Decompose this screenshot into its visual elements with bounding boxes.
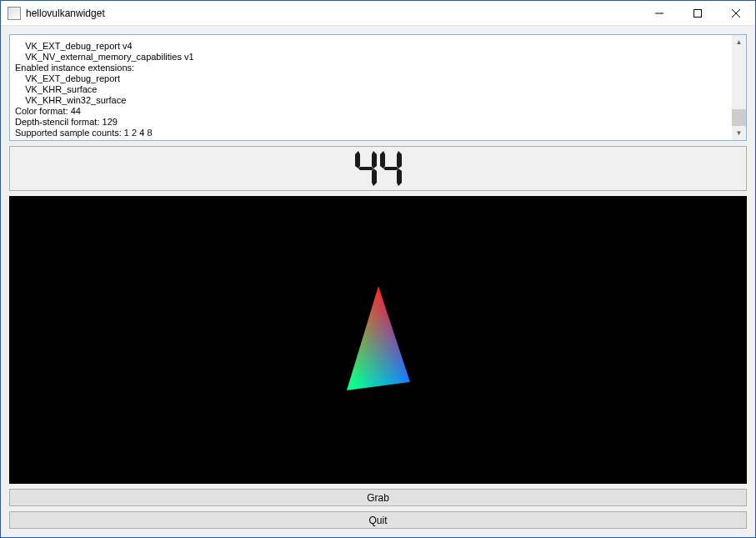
scroll-thumb[interactable] bbox=[732, 109, 746, 126]
window-title: hellovulkanwidget bbox=[26, 8, 640, 19]
log-textarea[interactable]: VK_EXT_debug_report v4 VK_NV_external_me… bbox=[9, 34, 747, 141]
svg-marker-4 bbox=[358, 150, 373, 153]
lcd-digits bbox=[355, 150, 402, 187]
svg-marker-14 bbox=[383, 184, 398, 187]
svg-marker-17 bbox=[383, 167, 398, 170]
svg-marker-13 bbox=[397, 168, 402, 186]
log-content: VK_EXT_debug_report v4 VK_NV_external_me… bbox=[12, 41, 198, 138]
scrollbar[interactable]: ▲ ▼ bbox=[732, 35, 746, 140]
svg-marker-12 bbox=[397, 151, 402, 168]
svg-marker-16 bbox=[380, 151, 385, 168]
scroll-track[interactable] bbox=[732, 49, 746, 126]
svg-marker-5 bbox=[372, 151, 377, 168]
maximize-icon bbox=[693, 9, 702, 18]
close-button[interactable] bbox=[717, 1, 755, 25]
svg-marker-10 bbox=[358, 167, 373, 170]
rendered-triangle bbox=[328, 282, 428, 399]
svg-marker-11 bbox=[383, 150, 398, 153]
svg-marker-21 bbox=[347, 286, 410, 390]
quit-button[interactable]: Quit bbox=[9, 511, 747, 529]
svg-rect-1 bbox=[694, 9, 702, 17]
window-controls bbox=[640, 1, 755, 25]
close-icon bbox=[732, 9, 740, 18]
scroll-down-icon[interactable]: ▼ bbox=[732, 126, 746, 140]
client-area: VK_EXT_debug_report v4 VK_NV_external_me… bbox=[1, 26, 755, 537]
app-icon bbox=[8, 7, 21, 20]
svg-marker-6 bbox=[372, 168, 377, 186]
maximize-button[interactable] bbox=[678, 1, 717, 25]
vulkan-render-surface[interactable] bbox=[9, 196, 747, 484]
svg-marker-7 bbox=[358, 184, 373, 187]
minimize-button[interactable] bbox=[640, 1, 678, 25]
svg-marker-8 bbox=[355, 168, 360, 186]
scroll-up-icon[interactable]: ▲ bbox=[732, 35, 746, 49]
svg-marker-9 bbox=[355, 151, 360, 168]
frame-counter-display bbox=[9, 146, 747, 191]
titlebar[interactable]: hellovulkanwidget bbox=[1, 1, 755, 26]
svg-marker-15 bbox=[380, 168, 385, 186]
main-window: hellovulkanwidget VK_EXT_debug_report v4… bbox=[0, 0, 756, 538]
grab-button[interactable]: Grab bbox=[9, 489, 747, 506]
minimize-icon bbox=[655, 9, 663, 18]
